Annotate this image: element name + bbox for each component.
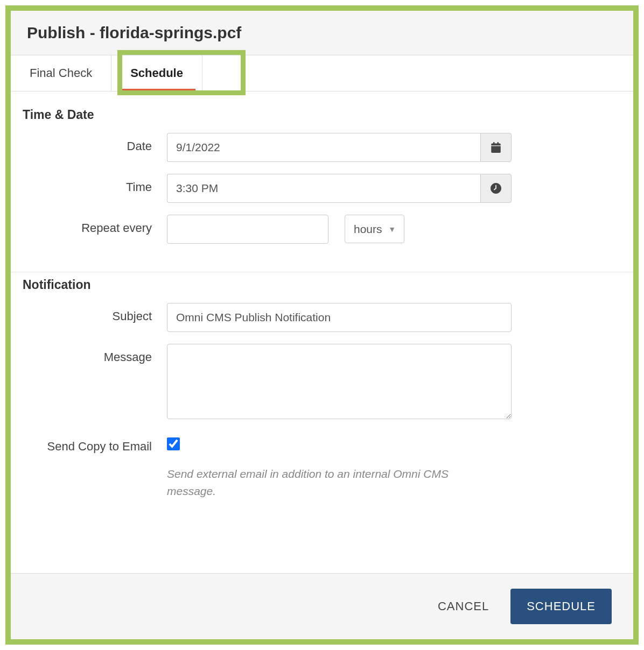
- time-picker-button[interactable]: [480, 174, 512, 203]
- row-send-copy: Send Copy to Email Send external email i…: [22, 433, 622, 499]
- row-message: Message: [22, 344, 622, 421]
- row-date: Date: [22, 133, 622, 162]
- repeat-unit-select[interactable]: hours: [345, 215, 404, 243]
- message-textarea[interactable]: [167, 344, 512, 419]
- clock-icon: [491, 183, 501, 194]
- send-copy-checkbox[interactable]: [167, 437, 180, 450]
- date-input[interactable]: [167, 133, 480, 162]
- label-message: Message: [22, 344, 167, 364]
- row-repeat: Repeat every hours ▼: [22, 215, 622, 244]
- row-time: Time: [22, 174, 622, 203]
- date-picker-button[interactable]: [480, 133, 512, 162]
- repeat-value-input[interactable]: [167, 215, 328, 244]
- time-input[interactable]: [167, 174, 480, 203]
- label-subject: Subject: [22, 303, 167, 323]
- send-copy-help-text: Send external email in addition to an in…: [167, 465, 490, 499]
- section-time-date: Time & Date Date Time: [11, 102, 633, 272]
- dialog-footer: CANCEL SCHEDULE: [11, 573, 633, 639]
- publish-dialog: Publish - florida-springs.pcf Final Chec…: [5, 5, 639, 645]
- calendar-icon: [491, 142, 501, 153]
- label-repeat: Repeat every: [22, 215, 167, 235]
- dialog-title: Publish - florida-springs.pcf: [27, 24, 617, 42]
- row-subject: Subject: [22, 303, 622, 332]
- schedule-button[interactable]: SCHEDULE: [510, 589, 612, 624]
- label-time: Time: [22, 174, 167, 194]
- dialog-content: Time & Date Date Time: [11, 91, 633, 527]
- section-title-notification: Notification: [22, 278, 622, 292]
- dialog-header: Publish - florida-springs.pcf: [11, 11, 633, 55]
- label-send-copy: Send Copy to Email: [22, 433, 167, 454]
- tab-bar: Final Check Schedule: [11, 55, 633, 91]
- tab-final-check[interactable]: Final Check: [11, 55, 111, 91]
- tab-schedule[interactable]: Schedule: [111, 55, 202, 91]
- label-date: Date: [22, 133, 167, 153]
- section-title-time-date: Time & Date: [22, 108, 622, 122]
- cancel-button[interactable]: CANCEL: [432, 591, 494, 622]
- subject-input[interactable]: [167, 303, 512, 332]
- section-notification: Notification Subject Message Send Copy t…: [11, 272, 633, 527]
